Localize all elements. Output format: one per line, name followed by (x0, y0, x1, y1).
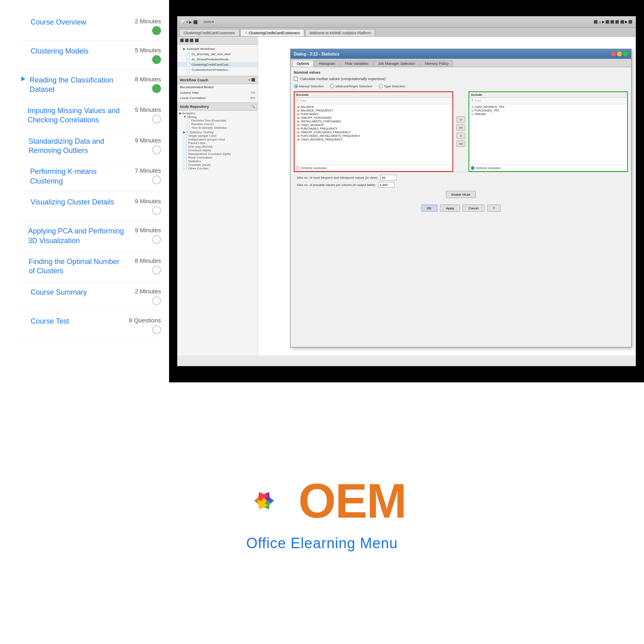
rec-node-2[interactable]: Linear Correlation 8% (178, 95, 258, 101)
course-item-finding-optimal[interactable]: Finding the Optimal Number of Clusters8 … (20, 252, 161, 282)
col-purch-freq[interactable]: D PURCHASES_FREQUENCY (295, 127, 452, 130)
node-item-paired-t[interactable]: 📄 Paired t-test (179, 141, 256, 145)
course-item-imputing-missing[interactable]: Imputing Missing Values and Checking Cor… (20, 101, 161, 131)
knime-tab-welcome[interactable]: Welcome to KNIME Analytics Platform (305, 29, 375, 36)
dialog-tab-job-manager[interactable]: Job Manager Selection (374, 60, 419, 67)
include-label: Include (469, 92, 627, 98)
max-frequent-row: Max no. of most frequent and infrequent … (297, 175, 625, 180)
node-cat-analytics[interactable]: ▶ Analytics (179, 111, 256, 115)
node-item-rank-corr[interactable]: 📄 Rank Correlation (179, 156, 256, 159)
node-item-indep-groups[interactable]: 📄 Independent groups t-test (179, 138, 256, 141)
node-item-cronbach[interactable]: 📄 Cronbach Alpha (179, 149, 256, 152)
tree-item-example[interactable]: ▶ Example Workflows (178, 46, 258, 52)
course-item-visualizing-cluster[interactable]: Visualizing Cluster Details9 Minutes (20, 192, 161, 221)
course-meta-visualizing-cluster: 9 Minutes (125, 198, 161, 215)
col-balance-freq[interactable]: D BALANCE_FREQUENCY (295, 109, 452, 112)
dialog-tab-memory[interactable]: Memory Policy (420, 60, 453, 67)
ok-button[interactable]: OK (421, 204, 438, 212)
course-duration-imputing-missing: 5 Minutes (135, 106, 161, 113)
apply-button[interactable]: Apply (440, 204, 460, 212)
course-item-left-reading-classification: Reading the Classification Dataset (20, 76, 125, 95)
dialog-min-btn[interactable] (617, 52, 622, 56)
knime-tab-welcome-label: Welcome to KNIME Analytics Platform (310, 31, 371, 35)
dialog-tab-flow-vars[interactable]: Flow Variables (341, 60, 373, 67)
col-oneoff[interactable]: D ONEOFF_PURCHASES (295, 116, 452, 120)
enforce-incl-radio[interactable] (471, 166, 475, 170)
node-item-std-cronbach[interactable]: 📄 Standardized Cronbach Alpha (179, 152, 256, 156)
tree-item-clustering[interactable]: 📄 ClusteringCreditCardCust... (178, 62, 258, 67)
col-type-i3: I (471, 113, 474, 116)
move-all-left-btn[interactable]: << (456, 140, 465, 147)
sel-tab-wildcard[interactable]: Wildcard/Regex Selection (330, 84, 372, 88)
col-inst-freq[interactable]: D PURCHASES_INSTALLMENTS_FREQUENCY (295, 134, 452, 138)
tree-item-anomaly[interactable]: 📄 01_anomaly_det_one_shot (178, 52, 258, 57)
node-item-stats[interactable]: 📄 Statistics (179, 159, 256, 163)
col-installments[interactable]: D INSTALLMENTS_PURCHASES (295, 120, 452, 123)
node-cat-mining[interactable]: ▼ Mining (179, 115, 256, 119)
course-item-course-summary[interactable]: Course Summary2 Minutes (20, 282, 161, 311)
node-item-other[interactable]: 📄 Other Counter (179, 167, 256, 170)
course-item-course-test[interactable]: Course Test8 Questions (20, 311, 161, 340)
col-purchases[interactable]: D PURCHASES (295, 112, 452, 116)
course-item-performing-kmeans[interactable]: Performing K-means Clustering7 Minutes (20, 161, 161, 192)
course-item-course-overview[interactable]: Course Overview2 Minutes (20, 12, 161, 41)
node-item-tree-ensemble[interactable]: 📄 Tree Ensemble Statistics (179, 126, 256, 130)
bottom-section: OEM Office Elearning Menu (0, 382, 644, 644)
max-frequent-input[interactable] (380, 175, 396, 180)
course-item-applying-pca[interactable]: Applying PCA and Performing 3D Visualiza… (20, 221, 161, 252)
col-type-d8: D (297, 131, 300, 134)
recommended-header: Recommended Nodes (178, 84, 258, 90)
course-item-standardizing-data[interactable]: Standardizing Data and Removing Outliers… (20, 131, 161, 162)
col-balance[interactable]: D BALANCE (295, 105, 452, 109)
node-item-crosstab[interactable]: 📄 Crosstab (local) (179, 163, 256, 167)
calculate-median-checkbox[interactable] (294, 77, 298, 81)
dialog-close-btn[interactable] (611, 52, 616, 56)
move-right-btn[interactable]: > (456, 116, 465, 123)
col-type-d9: D (297, 135, 300, 137)
dialog-max-btn[interactable] (623, 52, 628, 56)
cancel-button[interactable]: Cancel (462, 204, 485, 212)
oem-subtitle: Office Elearning Menu (246, 535, 398, 552)
col-purch-trx[interactable]: I PURCHASES_TRX (470, 109, 626, 112)
node-item-oneway[interactable]: 📄 One-way ANOVA (179, 145, 256, 149)
node-item-single-t[interactable]: 📄 Single sample t-test (179, 134, 256, 138)
max-possible-input[interactable] (378, 182, 394, 188)
radio-wildcard[interactable] (330, 84, 334, 88)
col-tenure[interactable]: I TENURE (470, 112, 626, 116)
enforce-excl-radio[interactable] (296, 166, 300, 170)
radio-manual[interactable] (294, 84, 298, 88)
node-item-random-forest[interactable]: 📄 Random Forest (179, 122, 256, 126)
knime-tab-workflow[interactable]: ⚠ ClusteringCreditCardCustomers (240, 29, 305, 36)
col-oneoff-freq[interactable]: D ONEOFF_PURCHASES_FREQUENCY (295, 130, 452, 134)
course-item-clustering-models[interactable]: Clustering Models5 Minutes (20, 41, 161, 70)
move-left-btn[interactable]: < (456, 132, 465, 139)
node-item-decision-tree[interactable]: 📄 Decision Tree Ensemble (179, 119, 256, 122)
course-list: Course Overview2 MinutesClustering Model… (20, 12, 161, 340)
tree-item-ai-label: AI_SticketPredictionMode... (192, 58, 231, 61)
dialog-body: Nominal values Calculate median values (… (291, 67, 631, 347)
tree-item-ai[interactable]: 📄 AI_SticketPredictionMode... (178, 57, 258, 62)
sel-tab-type[interactable]: Type Selection (379, 84, 405, 88)
dialog-tab-options[interactable]: Options (292, 60, 314, 67)
dialog-tab-histogram[interactable]: Histogram (314, 60, 340, 67)
node-repo-search[interactable]: 🔍 (251, 105, 255, 108)
col-cash-trx[interactable]: I CASH_ADVANCE_TRX (470, 105, 626, 109)
course-item-left-standardizing-data: Standardizing Data and Removing Outliers (20, 137, 125, 156)
course-meta-applying-pca: 9 Minutes (125, 227, 161, 244)
sel-tab-manual[interactable]: Manual Selection (294, 84, 324, 88)
radio-type[interactable] (379, 84, 383, 88)
knime-tab-explorer[interactable]: ClusteringCreditCardCustomers (179, 29, 239, 36)
tree-item-customer[interactable]: 📄 CustomerchurnPrediction... (178, 67, 258, 72)
node-cat-statistics[interactable]: ▶ Σ Statistics Testing (179, 130, 256, 134)
course-item-reading-classification[interactable]: Reading the Classification Dataset8 Minu… (20, 70, 161, 101)
max-frequent-label: Max no. of most frequent and infrequent … (297, 176, 378, 180)
col-cash-advance[interactable]: D CASH_ADVANCE (295, 123, 452, 127)
exclude-label: Exclude (295, 92, 452, 98)
rec-node-1[interactable]: Column Filter 7% (178, 90, 258, 95)
help-button[interactable]: ? (487, 204, 501, 212)
top-section: Course Overview2 MinutesClustering Model… (0, 0, 644, 382)
col-cash-freq[interactable]: D CASH_ADVANCE_FREQUENCY (295, 138, 452, 141)
enable-hilite-button[interactable]: Enable HiLite (446, 191, 476, 198)
dialog-bottom: Max no. of most frequent and infrequent … (294, 172, 628, 202)
move-all-right-btn[interactable]: >> (456, 124, 465, 131)
